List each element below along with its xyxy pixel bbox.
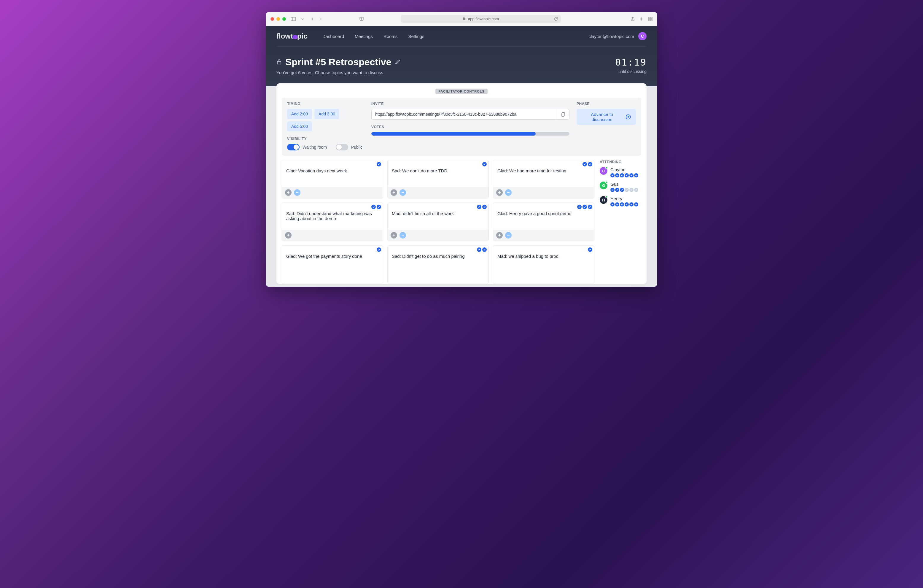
vote-minus-button[interactable]: − <box>399 189 406 196</box>
attendee-vote-dot <box>634 188 638 192</box>
chevron-down-icon[interactable] <box>301 18 304 20</box>
attendee-votes <box>610 188 641 192</box>
maximize-window-button[interactable] <box>282 17 286 21</box>
facilitator-badge: FACILITATOR CONTROLS <box>435 89 488 94</box>
attendee-vote-dot <box>634 173 638 177</box>
nav-dashboard[interactable]: Dashboard <box>322 34 344 39</box>
meeting-subtitle: You've got 6 votes. Choose topics you wa… <box>276 70 615 75</box>
attendee-row: HHenry <box>600 196 641 207</box>
logo[interactable]: flowtpic <box>276 32 307 40</box>
card-vote-indicators <box>388 160 488 166</box>
attendee-vote-dot <box>615 188 619 192</box>
vote-plus-button[interactable]: + <box>391 232 397 238</box>
vote-dot-icon <box>371 205 376 209</box>
attending-sidebar: ATTENDING CClaytonGGusHHenry <box>600 160 641 284</box>
user-email[interactable]: clayton@flowtopic.com <box>588 34 634 39</box>
vote-plus-button[interactable]: + <box>391 189 397 196</box>
shield-icon[interactable] <box>360 16 364 21</box>
vote-plus-button[interactable]: + <box>496 232 503 238</box>
attendee-avatar: H <box>600 196 608 204</box>
public-toggle[interactable] <box>336 144 348 150</box>
topic-card[interactable]: Sad: Didn't understand what marketing wa… <box>282 203 383 241</box>
attending-label: ATTENDING <box>600 160 641 164</box>
share-icon[interactable] <box>631 16 635 21</box>
attendee-vote-dot <box>629 202 634 207</box>
svg-rect-8 <box>277 61 281 64</box>
nav-links: Dashboard Meetings Rooms Settings <box>322 34 424 39</box>
attendee-vote-dot <box>610 188 614 192</box>
attendee-vote-dot <box>620 202 624 207</box>
close-window-button[interactable] <box>271 17 274 21</box>
attendee-avatar: G <box>600 182 608 189</box>
topic-card[interactable]: Glad: Vacation days next week+− <box>282 160 383 199</box>
vote-dot-icon <box>588 247 592 252</box>
card-text: Glad: Henry gave a good sprint demo <box>493 209 594 230</box>
topic-card[interactable]: Glad: We got the payments story done <box>282 245 383 284</box>
vote-dot-icon <box>377 162 381 166</box>
user-avatar[interactable]: C <box>638 32 647 40</box>
presence-indicator <box>605 181 608 184</box>
attendee-vote-dot <box>625 188 629 192</box>
vote-minus-button[interactable]: − <box>294 189 301 196</box>
main-grid: Glad: Vacation days next week+−Sad: We d… <box>282 160 641 284</box>
card-text: Glad: Vacation days next week <box>282 166 383 187</box>
nav-settings[interactable]: Settings <box>408 34 424 39</box>
timing-section: TIMING Add 2:00 Add 3:00 Add 5:00 VISIBI… <box>287 102 364 150</box>
attendee-name: Gus <box>610 182 641 187</box>
vote-minus-button[interactable]: − <box>399 232 406 238</box>
card-vote-indicators <box>282 246 383 252</box>
add-time-5[interactable]: Add 5:00 <box>287 122 312 131</box>
attendee-vote-dot <box>620 173 624 177</box>
topic-card[interactable]: Sad: We don't do more TDD+− <box>388 160 489 199</box>
vote-dot-icon <box>583 162 587 166</box>
visibility-label: VISIBILITY <box>287 137 364 141</box>
topic-card[interactable]: Mad: didn't finish all of the work+− <box>388 203 489 241</box>
card-vote-indicators <box>282 203 383 209</box>
presence-indicator <box>605 195 608 198</box>
waiting-room-label: Waiting room <box>302 145 327 149</box>
votes-label: VOTES <box>371 125 570 129</box>
nav-bar: flowtpic Dashboard Meetings Rooms Settin… <box>276 26 647 47</box>
vote-dot-icon <box>377 247 381 252</box>
sidebar-toggle-icon[interactable] <box>291 17 296 21</box>
lock-icon <box>463 16 466 21</box>
nav-rooms[interactable]: Rooms <box>383 34 398 39</box>
attendee-avatar: C <box>600 167 608 175</box>
attendee-row: GGus <box>600 182 641 192</box>
new-tab-icon[interactable] <box>639 16 644 21</box>
add-time-3[interactable]: Add 3:00 <box>314 109 339 119</box>
topic-card[interactable]: Mad: we shipped a bug to prod <box>493 245 595 284</box>
topic-card[interactable]: Glad: Henry gave a good sprint demo+− <box>493 203 595 241</box>
edit-icon[interactable] <box>395 59 401 66</box>
invite-url-input[interactable] <box>371 109 557 120</box>
card-text: Sad: Didn't understand what marketing wa… <box>282 209 383 230</box>
svg-rect-6 <box>649 19 650 21</box>
reload-icon[interactable] <box>554 17 558 21</box>
address-bar[interactable]: app.flowtopic.com <box>401 15 561 23</box>
vote-minus-button[interactable]: − <box>505 232 512 238</box>
vote-plus-button[interactable]: + <box>496 189 503 196</box>
back-button[interactable] <box>311 17 314 21</box>
nav-meetings[interactable]: Meetings <box>355 34 373 39</box>
vote-minus-button[interactable]: − <box>505 189 512 196</box>
topic-card[interactable]: Glad: We had more time for testing+− <box>493 160 595 199</box>
card-footer: +− <box>282 187 383 198</box>
attendee-name: Clayton <box>610 167 641 172</box>
title-row: Sprint #5 Retrospective You've got 6 vot… <box>276 47 647 86</box>
card-text: Sad: We don't do more TDD <box>388 166 488 187</box>
vote-dot-icon <box>588 205 592 209</box>
minimize-window-button[interactable] <box>276 17 280 21</box>
vote-plus-button[interactable]: + <box>285 232 292 238</box>
tabs-icon[interactable] <box>648 16 652 21</box>
forward-button[interactable] <box>319 17 322 21</box>
attendee-vote-dot <box>615 173 619 177</box>
votes-progress <box>371 132 570 136</box>
advance-phase-button[interactable]: Advance to discussion <box>576 109 636 125</box>
content-panel: FACILITATOR CONTROLS TIMING Add 2:00 Add… <box>276 83 647 284</box>
waiting-room-toggle[interactable] <box>287 144 300 150</box>
add-time-2[interactable]: Add 2:00 <box>287 109 312 119</box>
topic-card[interactable]: Sad: Didn't get to do as much pairing <box>388 245 489 284</box>
copy-invite-button[interactable] <box>557 109 570 120</box>
vote-plus-button[interactable]: + <box>285 189 292 196</box>
vote-dot-icon <box>577 205 581 209</box>
